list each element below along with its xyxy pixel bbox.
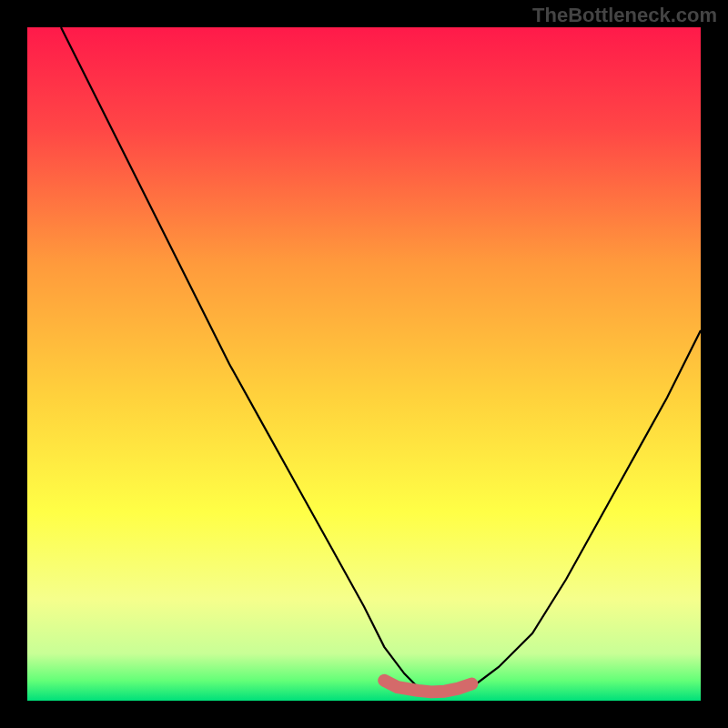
gradient-background (27, 27, 701, 701)
plot-area (27, 27, 701, 701)
chart-container: TheBottleneck.com (0, 0, 728, 728)
watermark-text: TheBottleneck.com (532, 4, 717, 27)
chart-svg (27, 27, 701, 701)
